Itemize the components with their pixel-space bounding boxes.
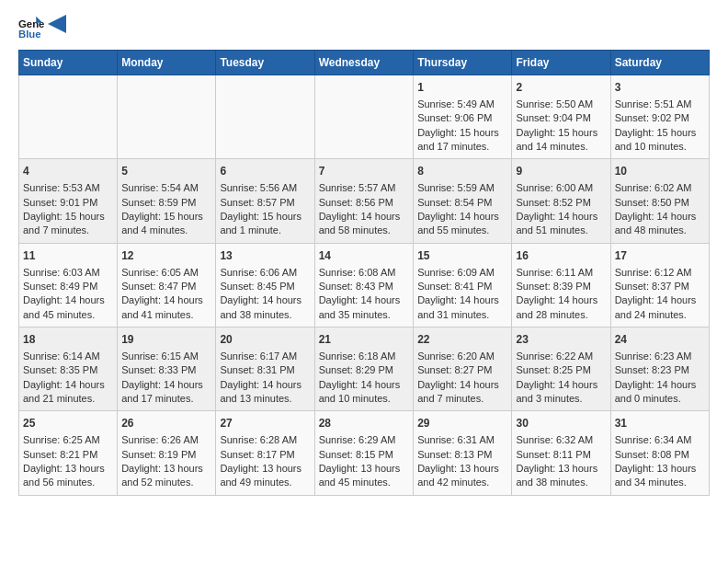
header-day-wednesday: Wednesday bbox=[314, 51, 414, 75]
calendar-cell: 28Sunrise: 6:29 AMSunset: 8:15 PMDayligh… bbox=[314, 411, 414, 495]
logo-icon: General Blue bbox=[18, 15, 44, 40]
calendar-cell: 23Sunrise: 6:22 AMSunset: 8:25 PMDayligh… bbox=[512, 327, 610, 411]
day-info: Daylight: 14 hours and 51 minutes. bbox=[516, 210, 606, 238]
day-info: Sunrise: 5:51 AM bbox=[615, 98, 705, 111]
day-number: 17 bbox=[615, 248, 705, 264]
day-info: Sunrise: 5:53 AM bbox=[23, 181, 113, 195]
calendar-cell: 29Sunrise: 6:31 AMSunset: 8:13 PMDayligh… bbox=[414, 411, 512, 495]
day-info: Daylight: 14 hours and 21 minutes. bbox=[23, 378, 113, 407]
day-info: Daylight: 14 hours and 28 minutes. bbox=[516, 293, 606, 322]
day-info: Sunset: 8:33 PM bbox=[121, 363, 211, 377]
week-row-1: 1Sunrise: 5:49 AMSunset: 9:06 PMDaylight… bbox=[19, 75, 710, 159]
day-info: Daylight: 15 hours and 1 minute. bbox=[220, 210, 310, 238]
day-info: Daylight: 14 hours and 41 minutes. bbox=[121, 293, 211, 322]
day-info: Sunset: 8:47 PM bbox=[121, 280, 211, 293]
calendar-cell: 3Sunrise: 5:51 AMSunset: 9:02 PMDaylight… bbox=[610, 75, 709, 159]
day-number: 4 bbox=[23, 164, 113, 179]
day-info: Daylight: 15 hours and 4 minutes. bbox=[121, 210, 211, 238]
day-info: Sunset: 8:08 PM bbox=[615, 448, 705, 462]
day-number: 30 bbox=[516, 416, 606, 431]
day-info: Sunrise: 6:17 AM bbox=[220, 350, 310, 363]
calendar-cell: 31Sunrise: 6:34 AMSunset: 8:08 PMDayligh… bbox=[610, 411, 709, 495]
day-number: 24 bbox=[615, 332, 705, 348]
day-info: Daylight: 15 hours and 7 minutes. bbox=[23, 210, 113, 238]
header-day-tuesday: Tuesday bbox=[216, 51, 314, 75]
day-info: Sunset: 8:27 PM bbox=[417, 363, 507, 377]
day-info: Sunset: 8:57 PM bbox=[220, 196, 310, 210]
calendar-cell: 12Sunrise: 6:05 AMSunset: 8:47 PMDayligh… bbox=[118, 243, 216, 327]
calendar-cell: 5Sunrise: 5:54 AMSunset: 8:59 PMDaylight… bbox=[118, 159, 216, 243]
day-number: 1 bbox=[417, 80, 507, 96]
day-info: Daylight: 14 hours and 7 minutes. bbox=[417, 378, 507, 407]
day-info: Sunset: 9:02 PM bbox=[615, 111, 705, 125]
day-number: 5 bbox=[121, 164, 211, 179]
day-info: Sunrise: 5:50 AM bbox=[516, 98, 606, 111]
day-info: Sunrise: 6:31 AM bbox=[417, 433, 507, 447]
day-number: 19 bbox=[121, 332, 211, 348]
day-info: Daylight: 15 hours and 17 minutes. bbox=[417, 126, 507, 155]
day-info: Daylight: 13 hours and 42 minutes. bbox=[417, 462, 507, 490]
day-info: Sunset: 9:01 PM bbox=[23, 196, 113, 210]
calendar-cell: 22Sunrise: 6:20 AMSunset: 8:27 PMDayligh… bbox=[414, 327, 512, 411]
day-info: Daylight: 14 hours and 24 minutes. bbox=[615, 293, 705, 322]
day-number: 25 bbox=[23, 416, 113, 431]
calendar-cell: 7Sunrise: 5:57 AMSunset: 8:56 PMDaylight… bbox=[314, 159, 414, 243]
header-day-monday: Monday bbox=[118, 51, 216, 75]
day-info: Sunset: 8:41 PM bbox=[417, 280, 507, 293]
calendar-cell: 21Sunrise: 6:18 AMSunset: 8:29 PMDayligh… bbox=[314, 327, 414, 411]
day-info: Sunrise: 6:23 AM bbox=[615, 350, 705, 363]
day-number: 18 bbox=[23, 332, 113, 348]
day-info: Sunrise: 6:14 AM bbox=[23, 350, 113, 363]
day-number: 29 bbox=[417, 416, 507, 431]
day-number: 16 bbox=[516, 248, 606, 264]
calendar-cell: 1Sunrise: 5:49 AMSunset: 9:06 PMDaylight… bbox=[414, 75, 512, 159]
day-info: Sunrise: 6:06 AM bbox=[220, 266, 310, 280]
day-number: 6 bbox=[220, 164, 310, 179]
calendar-cell: 25Sunrise: 6:25 AMSunset: 8:21 PMDayligh… bbox=[19, 411, 118, 495]
week-row-2: 4Sunrise: 5:53 AMSunset: 9:01 PMDaylight… bbox=[19, 159, 710, 243]
day-info: Sunset: 8:59 PM bbox=[121, 196, 211, 210]
day-info: Sunset: 8:35 PM bbox=[23, 363, 113, 377]
day-info: Sunset: 8:25 PM bbox=[516, 363, 606, 377]
page-header: General Blue bbox=[18, 15, 710, 40]
day-info: Daylight: 15 hours and 10 minutes. bbox=[615, 126, 705, 155]
day-info: Daylight: 13 hours and 49 minutes. bbox=[220, 462, 310, 490]
day-info: Sunrise: 6:03 AM bbox=[23, 266, 113, 280]
calendar-cell bbox=[216, 75, 314, 159]
day-info: Sunrise: 6:28 AM bbox=[220, 433, 310, 447]
day-info: Sunset: 8:56 PM bbox=[319, 196, 410, 210]
calendar-cell bbox=[19, 75, 118, 159]
day-info: Sunset: 8:19 PM bbox=[121, 448, 211, 462]
day-info: Sunrise: 6:00 AM bbox=[516, 181, 606, 195]
week-row-4: 18Sunrise: 6:14 AMSunset: 8:35 PMDayligh… bbox=[19, 327, 710, 411]
calendar-cell: 6Sunrise: 5:56 AMSunset: 8:57 PMDaylight… bbox=[216, 159, 314, 243]
day-info: Sunset: 8:54 PM bbox=[417, 196, 507, 210]
calendar-cell: 15Sunrise: 6:09 AMSunset: 8:41 PMDayligh… bbox=[414, 243, 512, 327]
day-info: Daylight: 14 hours and 45 minutes. bbox=[23, 293, 113, 322]
day-info: Daylight: 14 hours and 48 minutes. bbox=[615, 210, 705, 238]
day-number: 27 bbox=[220, 416, 310, 431]
week-row-3: 11Sunrise: 6:03 AMSunset: 8:49 PMDayligh… bbox=[19, 243, 710, 327]
calendar-cell: 13Sunrise: 6:06 AMSunset: 8:45 PMDayligh… bbox=[216, 243, 314, 327]
day-info: Sunset: 8:29 PM bbox=[319, 363, 410, 377]
day-info: Sunset: 8:52 PM bbox=[516, 196, 606, 210]
day-info: Sunrise: 6:20 AM bbox=[417, 350, 507, 363]
day-info: Sunset: 8:13 PM bbox=[417, 448, 507, 462]
logo-arrow-icon bbox=[48, 15, 66, 33]
week-row-5: 25Sunrise: 6:25 AMSunset: 8:21 PMDayligh… bbox=[19, 411, 710, 495]
day-info: Daylight: 14 hours and 3 minutes. bbox=[516, 378, 606, 407]
day-info: Sunrise: 6:02 AM bbox=[615, 181, 705, 195]
day-info: Sunrise: 5:56 AM bbox=[220, 181, 310, 195]
calendar-cell bbox=[314, 75, 414, 159]
calendar-body: 1Sunrise: 5:49 AMSunset: 9:06 PMDaylight… bbox=[19, 75, 710, 496]
day-info: Sunrise: 6:29 AM bbox=[319, 433, 410, 447]
day-info: Sunset: 8:11 PM bbox=[516, 448, 606, 462]
day-info: Sunset: 8:31 PM bbox=[220, 363, 310, 377]
day-number: 22 bbox=[417, 332, 507, 348]
calendar-cell: 4Sunrise: 5:53 AMSunset: 9:01 PMDaylight… bbox=[19, 159, 118, 243]
day-info: Sunrise: 6:18 AM bbox=[319, 350, 410, 363]
calendar-cell: 18Sunrise: 6:14 AMSunset: 8:35 PMDayligh… bbox=[19, 327, 118, 411]
day-info: Sunrise: 6:05 AM bbox=[121, 266, 211, 280]
day-info: Daylight: 13 hours and 38 minutes. bbox=[516, 462, 606, 490]
calendar-cell: 24Sunrise: 6:23 AMSunset: 8:23 PMDayligh… bbox=[610, 327, 709, 411]
